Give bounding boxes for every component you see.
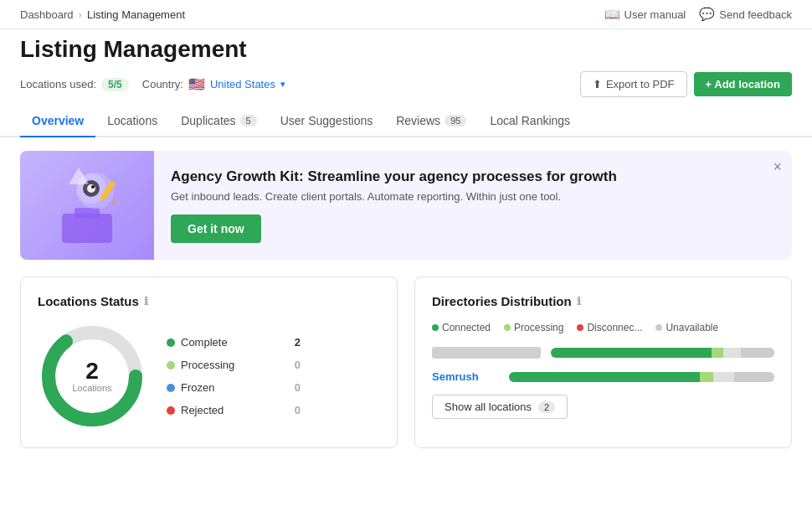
status-legend: Complete 2 Processing 0 (167, 336, 301, 416)
rejected-count: 0 (295, 404, 301, 416)
show-all-locations-button[interactable]: Show all locations 2 (432, 395, 568, 419)
tabs-nav: Overview Locations Duplicates 5 User Sug… (0, 106, 812, 137)
svg-point-6 (91, 185, 95, 189)
processing-dot (167, 361, 175, 370)
disconnected-dot (577, 324, 583, 331)
processing-legend: Processing (504, 322, 563, 333)
tab-locations[interactable]: Locations (95, 106, 169, 137)
directories-title: Directories Distribution (432, 294, 572, 308)
svg-rect-0 (62, 214, 112, 243)
flag-icon: 🇺🇸 (188, 76, 205, 92)
add-location-button[interactable]: + Add location (694, 72, 792, 96)
legend-item-complete: Complete 2 (167, 336, 301, 349)
connected-dot (432, 324, 439, 331)
chevron-down-icon: ▾ (280, 79, 285, 90)
locations-status-title: Locations Status (38, 294, 139, 308)
connected-legend: Connected (432, 322, 491, 333)
legend-item-frozen: Frozen 0 (167, 381, 301, 394)
donut-chart: 2 Locations (38, 322, 146, 431)
disconnected-legend: Disconnec... (577, 322, 642, 333)
legend-item-rejected: Rejected 0 (167, 404, 301, 416)
info-icon[interactable]: ℹ (144, 295, 148, 308)
breadcrumb: Dashboard › Listing Management (20, 8, 185, 21)
country-selector[interactable]: Country: 🇺🇸 United States ▾ (142, 76, 285, 92)
book-icon: 📖 (604, 7, 620, 22)
directories-distribution-card: Directories Distribution ℹ Connected Pro… (414, 277, 792, 448)
tab-overview[interactable]: Overview (20, 106, 95, 137)
export-pdf-button[interactable]: ⬆ Export to PDF (580, 71, 687, 97)
legend-item-processing: Processing 0 (167, 359, 301, 371)
promo-banner: Agency Growth Kit: Streamline your agenc… (20, 151, 792, 260)
unavailable-legend: Unavailable (655, 322, 718, 333)
directory-row-1 (432, 347, 774, 359)
page-title: Listing Management (20, 36, 792, 63)
tab-reviews[interactable]: Reviews 95 (384, 106, 478, 137)
locations-status-card: Locations Status ℹ 2 Locations (20, 277, 398, 448)
export-icon: ⬆ (593, 78, 602, 90)
processing-count: 0 (295, 359, 301, 371)
user-manual-link[interactable]: 📖 User manual (604, 7, 686, 22)
send-feedback-link[interactable]: 💬 Send feedback (699, 7, 792, 22)
tab-duplicates[interactable]: Duplicates 5 (169, 106, 269, 137)
processing-dot (504, 324, 511, 331)
banner-illustration (20, 151, 154, 260)
complete-count: 2 (295, 336, 301, 349)
unavailable-dot (655, 324, 662, 331)
country-name[interactable]: United States (210, 78, 275, 90)
directories-legend: Connected Processing Disconnec... Unavai… (432, 322, 774, 333)
country-label: Country: (142, 78, 183, 90)
frozen-count: 0 (295, 381, 301, 394)
feedback-icon: 💬 (699, 7, 715, 22)
rejected-dot (167, 406, 175, 415)
directories-info-icon[interactable]: ℹ (577, 295, 581, 308)
breadcrumb-current: Listing Management (87, 8, 185, 21)
show-all-badge: 2 (538, 401, 555, 413)
svg-marker-9 (112, 199, 116, 205)
svg-point-5 (87, 184, 95, 193)
frozen-dot (167, 384, 175, 392)
tab-user-suggestions[interactable]: User Suggestions (269, 106, 385, 137)
dir-name-blurred (432, 347, 541, 359)
reviews-badge: 95 (445, 115, 466, 127)
locations-badge: 5/5 (101, 78, 129, 91)
tab-local-rankings[interactable]: Local Rankings (478, 106, 582, 137)
donut-label: Locations (72, 383, 111, 393)
duplicates-badge: 5 (240, 115, 257, 127)
banner-close-button[interactable]: × (773, 159, 782, 174)
semrush-label[interactable]: Semrush (432, 370, 499, 383)
dir-bar-1 (551, 348, 774, 358)
breadcrumb-separator: › (79, 8, 82, 21)
complete-dot (167, 339, 175, 347)
banner-description: Get inbound leads. Create client portals… (171, 190, 775, 203)
dir-bar-semrush (509, 372, 774, 382)
donut-number: 2 (72, 359, 111, 383)
locations-used: Locations used: 5/5 (20, 78, 129, 91)
directory-row-semrush: Semrush (432, 370, 774, 383)
breadcrumb-home[interactable]: Dashboard (20, 8, 74, 21)
get-it-now-button[interactable]: Get it now (171, 214, 261, 243)
banner-title: Agency Growth Kit: Streamline your agenc… (171, 168, 775, 185)
